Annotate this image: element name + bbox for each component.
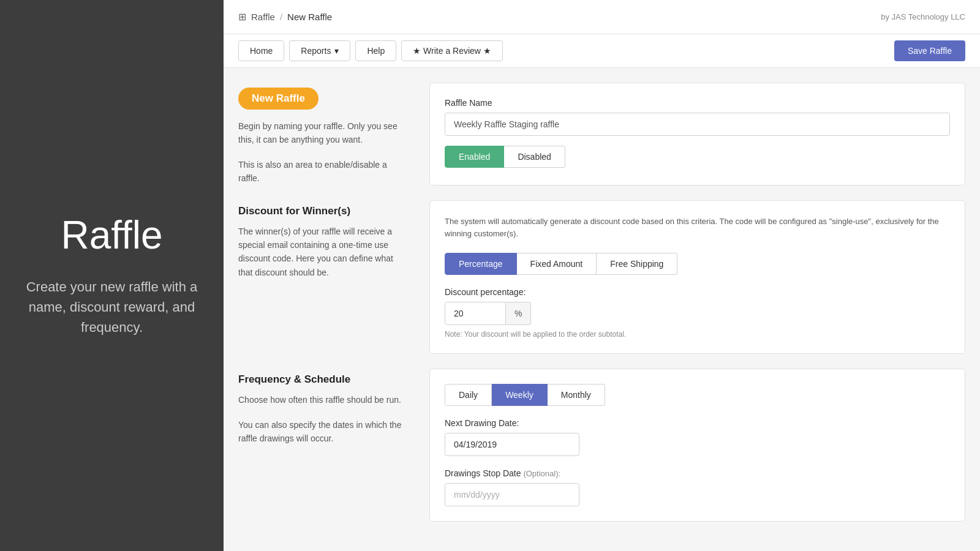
chevron-down-icon: ▾ — [334, 46, 339, 56]
raffle-name-label: Raffle Name — [445, 98, 950, 108]
discount-pct-row: % — [445, 302, 950, 325]
sidebar-description: Create your new raffle with a name, disc… — [24, 277, 199, 337]
new-raffle-section: New Raffle Begin by naming your raffle. … — [238, 83, 965, 186]
sidebar-title: Raffle — [61, 214, 162, 257]
frequency-left: Frequency & Schedule Choose how often th… — [238, 369, 410, 522]
system-note: The system will automatically generate a… — [445, 216, 950, 241]
weekly-button[interactable]: Weekly — [492, 384, 548, 406]
save-raffle-button[interactable]: Save Raffle — [894, 40, 965, 61]
new-raffle-desc1: Begin by naming your raffle. Only you se… — [238, 119, 410, 147]
sidebar: Raffle Create your new raffle with a nam… — [0, 0, 224, 551]
new-raffle-left: New Raffle Begin by naming your raffle. … — [238, 83, 410, 186]
next-drawing-input[interactable] — [445, 433, 579, 456]
next-drawing-wrapper — [445, 433, 950, 456]
next-drawing-label: Next Drawing Date: — [445, 418, 950, 428]
main-content: ⊞ Raffle / New Raffle by JAS Technology … — [224, 0, 980, 551]
home-button[interactable]: Home — [238, 40, 284, 61]
navbar: Home Reports ▾ Help ★ Write a Review ★ S… — [224, 34, 980, 68]
help-button[interactable]: Help — [355, 40, 396, 61]
breadcrumb-raffle-link[interactable]: Raffle — [251, 12, 275, 22]
discount-section: Discount for Winner(s) The winner(s) of … — [238, 200, 965, 354]
fixed-amount-button[interactable]: Fixed Amount — [517, 253, 597, 275]
breadcrumb: ⊞ Raffle / New Raffle — [238, 11, 332, 23]
stop-date-input[interactable] — [445, 483, 579, 506]
reports-label: Reports — [301, 46, 331, 56]
topbar: ⊞ Raffle / New Raffle by JAS Technology … — [224, 0, 980, 34]
breadcrumb-current: New Raffle — [287, 12, 332, 22]
frequency-desc1: Choose how often this raffle should be r… — [238, 393, 410, 407]
discount-right: The system will automatically generate a… — [429, 200, 965, 354]
monthly-button[interactable]: Monthly — [548, 384, 605, 406]
free-shipping-button[interactable]: Free Shipping — [597, 253, 677, 275]
stop-date-label: Drawings Stop Date (Optional): — [445, 468, 950, 478]
content-area: New Raffle Begin by naming your raffle. … — [224, 68, 980, 551]
raffle-name-input[interactable] — [445, 113, 950, 136]
enable-toggle-group: Enabled Disabled — [445, 146, 950, 168]
optional-label: (Optional): — [523, 469, 560, 478]
discount-pct-label: Discount percentage: — [445, 287, 950, 297]
write-review-button[interactable]: ★ Write a Review ★ — [401, 40, 503, 61]
reports-button[interactable]: Reports ▾ — [289, 40, 350, 61]
breadcrumb-separator: / — [280, 12, 282, 22]
pct-note: Note: Your discount will be applied to t… — [445, 330, 950, 339]
discount-left: Discount for Winner(s) The winner(s) of … — [238, 200, 410, 354]
discount-type-group: Percentage Fixed Amount Free Shipping — [445, 253, 950, 275]
frequency-desc2: You can also specify the dates in which … — [238, 418, 410, 446]
pct-suffix: % — [506, 302, 531, 325]
frequency-group: Daily Weekly Monthly — [445, 384, 950, 406]
frequency-right: Daily Weekly Monthly Next Drawing Date: … — [429, 369, 965, 522]
disabled-button[interactable]: Disabled — [504, 146, 565, 168]
new-raffle-desc2: This is also an area to enable/disable a… — [238, 158, 410, 186]
percentage-button[interactable]: Percentage — [445, 253, 517, 275]
discount-pct-input[interactable] — [445, 302, 506, 325]
frequency-section: Frequency & Schedule Choose how often th… — [238, 369, 965, 522]
grid-icon: ⊞ — [238, 11, 246, 23]
topbar-left: ⊞ Raffle / New Raffle — [238, 11, 332, 23]
discount-title: Discount for Winner(s) — [238, 205, 410, 217]
company-name: by JAS Technology LLC — [881, 12, 965, 21]
frequency-title: Frequency & Schedule — [238, 373, 410, 386]
new-raffle-badge: New Raffle — [238, 88, 318, 110]
daily-button[interactable]: Daily — [445, 384, 492, 406]
new-raffle-right: Raffle Name Enabled Disabled — [429, 83, 965, 186]
enabled-button[interactable]: Enabled — [445, 146, 504, 168]
discount-desc: The winner(s) of your raffle will receiv… — [238, 225, 410, 280]
